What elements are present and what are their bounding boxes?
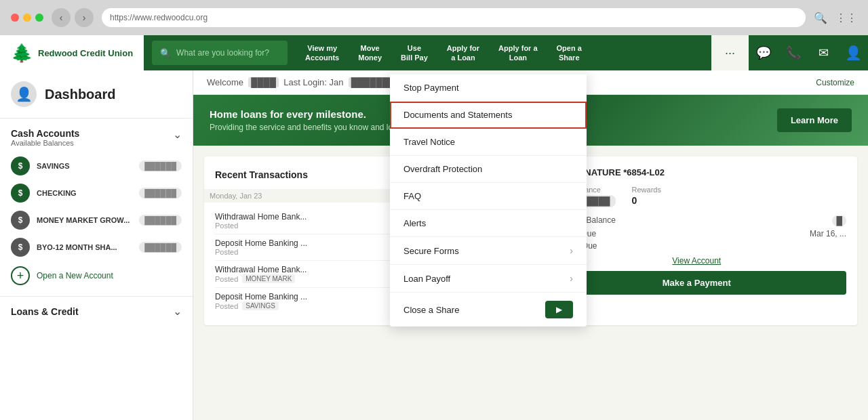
dropdown-item-documents-statements[interactable]: Documents and Statements [390,102,587,129]
open-account-label: Open a New Account [37,271,113,280]
checking-icon: $ [11,184,30,203]
phone-icon-button[interactable]: 📞 [778,35,808,70]
avatar: 👤 [11,81,37,107]
rewards-label: Rewards [632,186,661,194]
make-payment-button[interactable]: Make a Payment [547,271,847,295]
traffic-light-red[interactable] [11,14,19,22]
welcome-name: ████ [248,77,279,87]
nav-view-accounts-line2: Accounts [305,53,339,62]
visa-balance-row: Current Balance ██████████ Rewards 0 [547,186,847,207]
traffic-light-green[interactable] [35,14,43,22]
dropdown-item-stop-payment[interactable]: Stop Payment [390,75,587,102]
txn-name-2: Withdrawal Home Bank... [215,265,307,274]
statement-balance-row: Statement Balance █ [547,215,847,226]
customize-button[interactable]: Customize [816,78,854,87]
transactions-title: Recent Transactions [215,169,308,180]
mail-icon-button[interactable]: ✉ [808,35,838,70]
promo-subtext: Providing the service and benefits you k… [210,123,403,132]
nav-move-money-line1: Move [358,43,382,53]
nav-apply-share-line1: Apply for a [498,43,537,53]
body-container: 👤 Dashboard Cash Accounts Available Bala… [0,70,868,420]
learn-more-button[interactable]: Learn More [777,108,852,132]
user-icon-button[interactable]: 👤 [838,35,868,70]
account-item-byo-share[interactable]: $ BYO-12 MONTH SHA... ██████ [11,234,182,261]
loans-section: Loans & Credit ⌄ [0,296,193,323]
secure-forms-chevron: › [570,245,573,256]
welcome-text: Welcome ████ Last Login: Jan ██████████ [207,77,416,87]
txn-status-1: Posted [215,248,307,256]
cash-accounts-sub: Available Balances [11,139,79,147]
nav-bill-pay-line2: Bill Pay [401,53,428,62]
forward-button[interactable]: › [75,8,94,27]
byo-share-balance: ██████ [139,242,182,253]
address-bar[interactable]: https://www.redwoodcu.org [102,8,806,27]
nav-view-accounts-line1: View my [305,43,339,53]
dropdown-item-loan-payoff[interactable]: Loan Payoff › [390,265,587,293]
dropdown-item-alerts[interactable]: Alerts [390,210,587,237]
account-item-checking[interactable]: $ CHECKING ██████ [11,180,182,207]
last-login-text: Last Login: Jan [283,77,343,87]
search-area[interactable]: 🔍 What are you looking for? [152,41,288,65]
nav-apply-share[interactable]: Apply for aLoan [489,35,547,70]
search-icon: 🔍 [160,48,171,58]
savings-balance: ██████ [139,161,182,171]
logo-text: Redwood Credit Union [38,48,133,58]
close-share-action-button[interactable]: ▶ [545,301,573,318]
sidebar: 👤 Dashboard Cash Accounts Available Bala… [0,70,193,420]
nav-right-icons: 💬 📞 ✉ 👤 [749,35,868,70]
plus-icon: + [11,266,30,285]
account-item-money-market[interactable]: $ MONEY MARKET GROW... ██████ [11,207,182,234]
promo-text: Home loans for every milestone. Providin… [210,108,403,132]
welcome-prefix: Welcome [207,77,243,87]
txn-status-3: Posted SAVINGS [215,301,307,310]
loans-collapse-icon[interactable]: ⌄ [173,305,182,318]
byo-share-name: BYO-12 MONTH SHA... [37,243,132,251]
dropdown-item-travel-notice[interactable]: Travel Notice [390,129,587,156]
byo-share-icon: $ [11,238,30,257]
browser-chrome: ‹ › https://www.redwoodcu.org 🔍 ⋮⋮ [0,0,868,35]
statement-balance-value: █ [832,215,846,226]
open-new-account[interactable]: + Open a New Account [11,261,182,291]
traffic-lights [11,14,43,22]
back-button[interactable]: ‹ [52,8,71,27]
nav-bill-pay[interactable]: UseBill Pay [391,35,437,70]
dropdown-item-close-share[interactable]: Close a Share ▶ [390,293,587,327]
txn-badge-2: MONEY MARK [242,274,295,283]
payment-due-row: Payment Due Mar 16, ... [547,229,847,238]
sidebar-header: 👤 Dashboard [0,70,193,119]
sidebar-title: Dashboard [45,87,115,102]
nav-open-share[interactable]: Open aShare [547,35,591,70]
cash-accounts-title: Cash Accounts [11,128,79,139]
nav-more-button[interactable]: ··· [711,35,749,70]
traffic-light-yellow[interactable] [23,14,31,22]
chat-icon-button[interactable]: 💬 [749,35,778,70]
loans-title: Loans & Credit [11,306,79,317]
money-market-icon: $ [11,211,30,230]
account-item-savings[interactable]: $ SAVINGS ██████ [11,152,182,180]
loans-header: Loans & Credit ⌄ [11,305,182,318]
nav-move-money[interactable]: MoveMoney [349,35,391,70]
logo-tree-icon: 🌲 [11,43,33,64]
nav-apply-loan[interactable]: Apply fora Loan [437,35,489,70]
dropdown-menu: Stop Payment Documents and Statements Tr… [390,70,587,327]
nav-open-share-line2: Share [557,53,582,62]
min-due-row: Minimum Due [547,241,847,251]
nav-view-accounts[interactable]: View myAccounts [296,35,349,70]
savings-icon: $ [11,156,30,175]
txn-status-2: Posted MONEY MARK [215,274,307,283]
logo-area[interactable]: 🌲 Redwood Credit Union [0,35,144,70]
nav-buttons: ‹ › [52,8,94,27]
dropdown-item-secure-forms[interactable]: Secure Forms › [390,237,587,265]
view-account-link[interactable]: View Account [547,256,847,266]
cash-accounts-header: Cash Accounts Available Balances ⌄ [11,128,182,147]
app: 🌲 Redwood Credit Union 🔍 What are you lo… [0,35,868,420]
txn-badge-3: SAVINGS [242,301,279,310]
dropdown-item-faq[interactable]: FAQ [390,183,587,210]
nav-apply-share-line2: Loan [498,53,537,62]
visa-card-title: VISA SIGNATURE *6854-L02 [547,167,847,177]
collapse-icon[interactable]: ⌄ [173,128,182,141]
nav-items-container: View myAccounts MoveMoney UseBill Pay Ap… [296,35,711,70]
txn-name-3: Deposit Home Banking ... [215,292,307,301]
browser-menu-icon: ⋮⋮ [835,12,857,24]
dropdown-item-overdraft-protection[interactable]: Overdraft Protection [390,156,587,183]
